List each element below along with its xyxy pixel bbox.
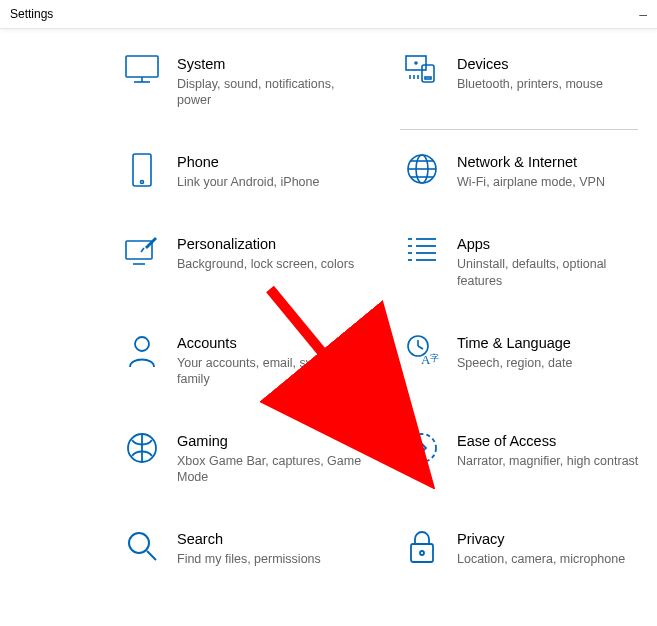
svg-rect-39	[411, 544, 433, 562]
tile-subtitle: Wi-Fi, airplane mode, VPN	[457, 174, 645, 190]
window-titlebar: Settings –	[0, 0, 657, 29]
tile-title: Accounts	[177, 334, 365, 353]
ease-icon	[405, 432, 439, 466]
tile-title: Gaming	[177, 432, 365, 451]
tile-ease-of-access[interactable]: Ease of Access Narrator, magnifier, high…	[405, 432, 645, 485]
svg-rect-3	[406, 56, 426, 70]
settings-content: System Display, sound, notifications, po…	[0, 29, 657, 568]
tile-subtitle: Link your Android, iPhone	[177, 174, 365, 190]
svg-rect-6	[425, 77, 431, 79]
svg-point-11	[141, 181, 144, 184]
apps-icon	[405, 235, 439, 269]
tile-title: Time & Language	[457, 334, 645, 353]
divider	[400, 129, 638, 130]
tile-title: Devices	[457, 55, 645, 74]
tile-privacy[interactable]: Privacy Location, camera, microphone	[405, 530, 645, 567]
window-controls: –	[639, 7, 647, 21]
personalization-icon	[125, 235, 159, 269]
svg-line-19	[141, 248, 144, 252]
minimize-button[interactable]: –	[639, 7, 647, 21]
svg-point-36	[408, 434, 436, 462]
settings-grid: System Display, sound, notifications, po…	[0, 37, 657, 568]
svg-line-38	[147, 551, 156, 560]
system-icon	[125, 55, 159, 89]
tile-subtitle: Your accounts, email, sync, work, family	[177, 355, 365, 388]
svg-line-31	[418, 346, 423, 349]
network-icon	[405, 153, 439, 187]
gaming-icon	[125, 432, 159, 466]
tile-network[interactable]: Network & Internet Wi-Fi, airplane mode,…	[405, 153, 645, 190]
privacy-icon	[405, 530, 439, 564]
phone-icon	[125, 153, 159, 187]
tile-subtitle: Find my files, permissions	[177, 551, 365, 567]
tile-subtitle: Narrator, magnifier, high contrast	[457, 453, 645, 469]
svg-rect-0	[126, 56, 158, 77]
tile-title: Phone	[177, 153, 365, 172]
tile-title: Search	[177, 530, 365, 549]
svg-point-4	[415, 62, 417, 64]
tile-personalization[interactable]: Personalization Background, lock screen,…	[125, 235, 365, 288]
tile-title: Privacy	[457, 530, 645, 549]
svg-rect-17	[126, 241, 152, 259]
tile-title: Personalization	[177, 235, 365, 254]
svg-point-37	[129, 533, 149, 553]
tile-time[interactable]: A 字 Time & Language Speech, region, date	[405, 334, 645, 387]
search-icon	[125, 530, 159, 564]
svg-point-40	[420, 551, 424, 555]
tile-gaming[interactable]: Gaming Xbox Game Bar, captures, Game Mod…	[125, 432, 365, 485]
tile-title: Ease of Access	[457, 432, 645, 451]
tile-subtitle: Location, camera, microphone	[457, 551, 645, 567]
tile-devices[interactable]: Devices Bluetooth, printers, mouse	[405, 55, 645, 108]
devices-icon	[405, 55, 439, 89]
tile-apps[interactable]: Apps Uninstall, defaults, optional featu…	[405, 235, 645, 288]
time-icon: A 字	[405, 334, 439, 368]
tile-subtitle: Xbox Game Bar, captures, Game Mode	[177, 453, 365, 486]
tile-subtitle: Uninstall, defaults, optional features	[457, 256, 645, 289]
tile-subtitle: Background, lock screen, colors	[177, 256, 365, 272]
tile-phone[interactable]: Phone Link your Android, iPhone	[125, 153, 365, 190]
tile-search[interactable]: Search Find my files, permissions	[125, 530, 365, 567]
tile-system[interactable]: System Display, sound, notifications, po…	[125, 55, 365, 108]
tile-subtitle: Bluetooth, printers, mouse	[457, 76, 645, 92]
accounts-icon	[125, 334, 159, 368]
window-title: Settings	[10, 7, 53, 21]
tile-title: System	[177, 55, 365, 74]
tile-title: Network & Internet	[457, 153, 645, 172]
tile-title: Apps	[457, 235, 645, 254]
svg-point-28	[135, 337, 149, 351]
tile-accounts[interactable]: Accounts Your accounts, email, sync, wor…	[125, 334, 365, 387]
tile-subtitle: Display, sound, notifications, power	[177, 76, 365, 109]
tile-subtitle: Speech, region, date	[457, 355, 645, 371]
svg-text:字: 字	[430, 353, 439, 363]
